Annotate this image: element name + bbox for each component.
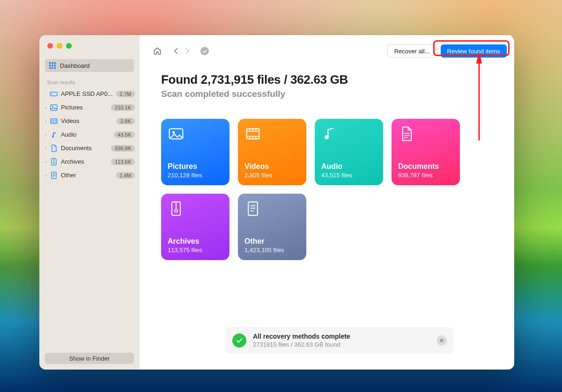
card-title: Archives [168,237,223,246]
card-title: Videos [244,162,300,171]
disclosure-icon: › [43,173,49,178]
card-title: Other [244,237,300,246]
window-zoom-button[interactable] [66,43,72,49]
disk-icon [50,90,58,98]
sidebar-item-other[interactable]: › Other 1.4M [39,168,140,182]
archives-icon [50,158,58,166]
dashboard-grid-icon [49,62,56,69]
svg-rect-4 [52,65,53,66]
svg-rect-7 [52,67,53,69]
card-documents[interactable]: Documents 938,787 files [392,119,460,185]
card-count: 210,128 files [168,172,223,179]
card-other[interactable]: Other 1,423,105 files [238,194,306,260]
pictures-icon [168,125,223,142]
svg-rect-3 [49,65,51,66]
svg-point-35 [325,135,329,139]
svg-rect-41 [175,210,177,212]
card-videos[interactable]: Videos 2,805 files [238,119,306,185]
show-in-finder-button[interactable]: Show in Finder [45,353,134,364]
review-found-items-button[interactable]: Review found items [441,44,507,58]
sidebar-item-label: Documents [61,145,111,152]
window-minimize-button[interactable] [57,43,62,49]
back-button[interactable] [170,44,182,58]
disclosure-icon: › [43,146,49,151]
videos-icon [50,117,58,125]
scan-status-icon[interactable] [200,47,209,55]
home-button[interactable] [151,44,164,58]
sidebar-item-videos[interactable]: › Videos 2.8K [39,114,140,128]
sidebar-item-archives[interactable]: › Archives 113.6K [39,155,140,168]
sidebar-item-label: APPLE SSD AP0... [61,90,116,97]
documents-icon [50,144,58,152]
audio-icon [50,131,58,139]
card-audio[interactable]: Audio 43,515 files [315,119,383,185]
sidebar-item-pictures[interactable]: › Pictures 210.1K [39,101,140,114]
toast-title: All recovery methods complete [253,333,436,340]
headline: Found 2,731,915 files / 362.63 GB Scan c… [140,60,514,99]
sidebar-item-badge: 2.7M [116,91,135,97]
card-count: 2,805 files [244,172,300,179]
card-count: 938,787 files [398,172,453,179]
svg-rect-9 [51,92,58,96]
sidebar: Dashboard Scan results › APPLE SSD AP0..… [39,35,140,370]
svg-rect-2 [54,62,56,64]
archives-icon [168,200,223,217]
sidebar-item-label: Other [61,172,116,179]
sidebar-section-label: Scan results [39,77,140,87]
sidebar-list: › APPLE SSD AP0... 2.7M › Pictures 210.1… [39,87,140,370]
svg-point-16 [52,135,54,137]
sidebar-item-badge: 113.6K [111,159,135,165]
sidebar-item-badge: 43.5K [114,131,135,138]
toolbar: Recover all... Review found items [140,35,514,60]
success-check-icon [232,334,246,348]
window-close-button[interactable] [47,43,53,49]
recover-all-button[interactable]: Recover all... [387,44,437,58]
svg-rect-13 [51,119,57,123]
svg-rect-5 [54,65,56,66]
app-window: Dashboard Scan results › APPLE SSD AP0..… [39,35,514,370]
main-panel: Recover all... Review found items Found … [140,35,514,370]
videos-icon [244,125,300,142]
sidebar-item-badge: 1.4M [116,172,135,179]
sidebar-item-badge: 2.8K [117,118,135,124]
audio-icon [321,125,377,142]
disclosure-icon: › [43,119,49,123]
card-count: 113,575 files [168,247,223,254]
sidebar-item-label: Pictures [61,104,111,111]
card-title: Pictures [168,162,223,171]
card-count: 1,423,105 files [244,247,300,254]
card-count: 43,515 files [321,172,377,179]
found-subtitle: Scan completed successfully [161,89,514,99]
svg-point-12 [52,106,53,107]
svg-rect-8 [54,67,56,69]
card-archives[interactable]: Archives 113,575 files [161,194,229,260]
nav-buttons [170,44,193,58]
svg-rect-6 [49,67,51,69]
sidebar-item-disk[interactable]: › APPLE SSD AP0... 2.7M [39,87,140,101]
dashboard-button[interactable]: Dashboard [45,59,134,72]
sidebar-item-documents[interactable]: › Documents 938.8K [39,141,140,155]
sidebar-item-audio[interactable]: › Audio 43.5K [39,128,140,141]
category-cards: Pictures 210,128 files Videos 2,805 file… [140,99,458,260]
sidebar-item-label: Audio [61,131,114,138]
svg-rect-0 [49,62,51,64]
found-title: Found 2,731,915 files / 362.63 GB [161,73,514,87]
toast-subtitle: 2731915 files / 362.63 GB found [253,341,436,348]
documents-icon [398,125,453,142]
toast-texts: All recovery methods complete 2731915 fi… [253,333,436,348]
toast-close-button[interactable] [436,335,447,346]
forward-button[interactable] [182,44,193,58]
other-icon [50,171,58,180]
card-title: Audio [321,162,377,171]
sidebar-item-label: Videos [61,117,117,124]
dashboard-label: Dashboard [60,62,90,69]
disclosure-icon: › [43,105,49,110]
svg-rect-1 [52,62,53,64]
svg-point-19 [53,162,54,163]
sidebar-item-badge: 210.1K [111,104,135,111]
svg-point-25 [172,131,175,134]
pictures-icon [50,103,58,112]
card-pictures[interactable]: Pictures 210,128 files [161,119,229,185]
disclosure-icon: › [43,132,49,137]
completion-toast: All recovery methods complete 2731915 fi… [226,327,453,354]
